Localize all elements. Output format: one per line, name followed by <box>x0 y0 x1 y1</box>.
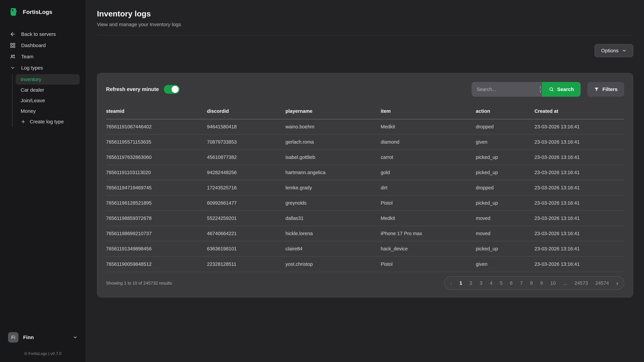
table-row: 7656119557115363570879733853gerlach.roma… <box>106 134 624 150</box>
cell-action: picked_up <box>476 150 534 165</box>
log-types-label: Log types <box>21 65 43 71</box>
cell-item: Medkit <box>381 211 476 226</box>
refresh-control: Refresh every minute <box>106 85 180 94</box>
cell-action: moved <box>476 211 534 226</box>
cell-steamid: 76561191067446402 <box>106 119 207 134</box>
avatar: Fi <box>8 332 18 343</box>
cell-playername: lemke.grady <box>286 180 381 195</box>
sidebar-item-money[interactable]: Money <box>16 106 80 116</box>
cell-steamid: 76561197632863060 <box>106 150 207 165</box>
options-label: Options <box>601 48 618 53</box>
cell-item: gold <box>381 165 476 180</box>
cell-discordid: 45610877382 <box>207 150 286 165</box>
chevron-down-icon <box>72 335 78 340</box>
plus-icon <box>21 119 26 124</box>
chevron-down-icon <box>622 48 626 53</box>
cell-steamid: 76561190059848512 <box>106 256 207 272</box>
table-row: 7656119869921073746740664221hickle.loren… <box>106 226 624 241</box>
cell-playername: hickle.lorena <box>286 226 381 241</box>
cell-playername: yost.christop <box>286 256 381 272</box>
page-subtitle: View and manage your Inventory logs <box>97 22 633 27</box>
column-header-steamid: steamid <box>106 104 207 119</box>
user-menu[interactable]: Fi Finn <box>6 332 80 343</box>
column-header-item: item <box>381 104 476 119</box>
pagination-page-24573[interactable]: 24573 <box>574 280 588 286</box>
info-icon[interactable]: i <box>540 86 541 93</box>
pagination-page-3[interactable]: 3 <box>480 280 482 286</box>
search-input[interactable] <box>477 87 540 92</box>
sidebar-item-inventory[interactable]: Inventory <box>16 74 80 85</box>
logs-table: steamiddiscordidplayernameitemactionCrea… <box>106 104 624 272</box>
main-content: Inventory logs View and manage your Inve… <box>86 0 644 362</box>
cell-discordid: 63636198101 <box>207 241 286 256</box>
table-header: steamiddiscordidplayernameitemactionCrea… <box>106 104 624 119</box>
cell-action: picked_up <box>476 195 534 211</box>
cell-created-at: 23-03-2026 13:16:41 <box>534 134 624 150</box>
cell-action: dropped <box>476 119 534 134</box>
table-row: 7656119885937267855224259201dallas31Medk… <box>106 211 624 226</box>
pagination-page-7[interactable]: 7 <box>520 280 523 286</box>
filters-button-label: Filters <box>602 86 618 92</box>
cell-created-at: 23-03-2026 13:16:41 <box>534 180 624 195</box>
sidebar-item-log-types[interactable]: Log types <box>6 62 80 73</box>
cell-playername: dallas31 <box>286 211 381 226</box>
create-log-type-button[interactable]: Create log type <box>16 116 80 127</box>
cell-playername: claire84 <box>286 241 381 256</box>
table-row: 7656119106744640294641580418waino.boehmM… <box>106 119 624 134</box>
pagination-page-24574[interactable]: 24574 <box>595 280 609 286</box>
cell-item: carrot <box>381 150 476 165</box>
search-button[interactable]: Search <box>542 82 580 97</box>
refresh-label: Refresh every minute <box>106 86 159 92</box>
cell-discordid: 22328128511 <box>207 256 286 272</box>
pagination-pages: 12345678910...2457324574 <box>460 280 609 286</box>
logs-card: Refresh every minute i Search Filters <box>97 73 633 298</box>
sidebar-item-back-to-servers[interactable]: Back to servers <box>6 28 80 40</box>
cell-action: dropped <box>476 180 534 195</box>
refresh-toggle[interactable] <box>164 85 180 94</box>
fortislogs-logo-icon <box>9 7 19 17</box>
toggle-knob <box>172 86 178 93</box>
pagination-next-icon[interactable]: › <box>616 280 618 286</box>
sidebar-bottom: Fi Finn © FortisLogs | v0.7.0 <box>6 332 80 356</box>
pagination-page-1[interactable]: 1 <box>460 280 462 286</box>
table-body: 7656119106744640294641580418waino.boehmM… <box>106 119 624 272</box>
cell-steamid: 76561194719469745 <box>106 180 207 195</box>
cell-action: given <box>476 134 534 150</box>
user-name: Finn <box>23 335 68 340</box>
column-header-action: action <box>476 104 534 119</box>
sidebar-item-car-dealer[interactable]: Car dealer <box>16 85 80 95</box>
pagination-page-8[interactable]: 8 <box>530 280 533 286</box>
pagination-page-6[interactable]: 6 <box>510 280 512 286</box>
pagination-page-4[interactable]: 4 <box>490 280 492 286</box>
create-log-type-label: Create log type <box>30 119 64 124</box>
table-row: 7656119612852189560992661477greynoldsPis… <box>106 195 624 211</box>
options-row: Options <box>97 44 633 57</box>
sidebar: FortisLogs Back to servers Dashboard Tea… <box>0 0 86 362</box>
cell-discordid: 46740664221 <box>207 226 286 241</box>
brand-name: FortisLogs <box>23 9 52 15</box>
card-toolbar: Refresh every minute i Search Filters <box>106 73 624 97</box>
sidebar-nav: Back to servers Dashboard Team Log types <box>6 28 80 127</box>
cell-created-at: 23-03-2026 13:16:41 <box>534 211 624 226</box>
cell-steamid: 76561198859372678 <box>106 211 207 226</box>
filters-button[interactable]: Filters <box>587 82 624 97</box>
pagination-prev-icon[interactable]: ‹ <box>450 280 452 286</box>
sidebar-item-team[interactable]: Team <box>6 51 80 62</box>
cell-discordid: 94641580418 <box>207 119 286 134</box>
pagination-page-5[interactable]: 5 <box>500 280 502 286</box>
cell-discordid: 70879733853 <box>207 134 286 150</box>
sidebar-item-join-leave[interactable]: Join/Leave <box>16 95 80 106</box>
options-button[interactable]: Options <box>594 44 633 57</box>
cell-created-at: 23-03-2026 13:16:41 <box>534 226 624 241</box>
results-summary: Showing 1 to 10 of 245732 results <box>106 281 172 286</box>
cell-playername: hartmann.angelica <box>286 165 381 180</box>
pagination-page-9[interactable]: 9 <box>540 280 543 286</box>
pagination-page-10[interactable]: 10 <box>550 280 556 286</box>
pagination-page-2[interactable]: 2 <box>470 280 472 286</box>
cell-created-at: 23-03-2026 13:16:41 <box>534 119 624 134</box>
table-row: 7656119471946974517243525716lemke.gradyd… <box>106 180 624 195</box>
cell-playername: isabel.gottlieb <box>286 150 381 165</box>
filter-funnel-icon <box>594 87 599 92</box>
sidebar-item-dashboard[interactable]: Dashboard <box>6 40 80 51</box>
cell-discordid: 94282448256 <box>207 165 286 180</box>
